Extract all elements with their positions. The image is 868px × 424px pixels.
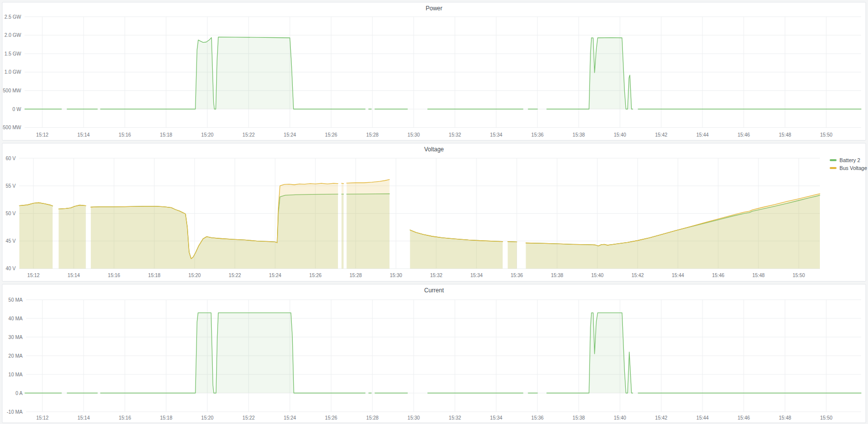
x-tick-label: 15:22: [243, 132, 255, 138]
x-tick-label: 15:30: [390, 273, 402, 278]
x-tick-label: 15:40: [614, 132, 626, 138]
y-tick-label: 2.5 GW: [4, 14, 21, 20]
x-tick-label: 15:38: [551, 273, 563, 278]
x-tick-label: 15:24: [284, 415, 296, 421]
y-tick-label: 1.0 GW: [4, 69, 21, 75]
y-tick-label: 0 A: [16, 391, 23, 396]
x-tick-label: 15:34: [470, 273, 482, 278]
x-tick-label: 15:28: [366, 132, 379, 138]
x-tick-label: 15:22: [229, 273, 241, 278]
y-tick-label: 40 V: [5, 266, 16, 271]
x-tick-label: 15:42: [655, 132, 667, 138]
y-tick-label: -500 MW: [2, 125, 22, 130]
chart-voltage[interactable]: 15:1215:1415:1615:1815:2015:2215:2415:26…: [2, 143, 866, 280]
x-tick-label: 15:34: [490, 415, 503, 421]
legend-swatch-bus-voltage: [830, 167, 837, 169]
series-fill-bus-voltage: [91, 183, 338, 269]
x-tick-label: 15:40: [591, 273, 603, 278]
x-tick-label: 15:40: [614, 415, 626, 421]
x-tick-label: 15:18: [148, 273, 161, 278]
panel-power[interactable]: Power 15:1215:1415:1615:1815:2015:2215:2…: [2, 2, 866, 141]
series-fill-bus-voltage: [19, 203, 53, 269]
y-tick-label: 20 MA: [8, 353, 23, 359]
x-tick-label: 15:48: [779, 132, 791, 138]
y-tick-label: 50 MA: [8, 297, 23, 303]
chart-power[interactable]: 15:1215:1415:1615:1815:2015:2215:2415:26…: [2, 2, 866, 139]
x-tick-label: 15:30: [408, 415, 420, 421]
x-tick-label: 15:14: [78, 415, 90, 421]
x-tick-label: 15:26: [325, 415, 337, 421]
panel-title-current[interactable]: Current: [2, 285, 866, 295]
x-tick-label: 15:16: [119, 415, 131, 421]
x-tick-label: 15:34: [490, 132, 503, 138]
legend-item-battery-2[interactable]: Battery 2: [830, 156, 867, 164]
x-tick-label: 15:12: [36, 132, 49, 138]
x-tick-label: 15:50: [820, 415, 832, 421]
x-tick-label: 15:26: [325, 132, 337, 138]
x-tick-label: 15:32: [430, 273, 442, 278]
panel-title-voltage[interactable]: Voltage: [2, 144, 866, 154]
panel-title-power[interactable]: Power: [2, 3, 866, 13]
y-tick-label: 55 V: [5, 183, 16, 189]
y-tick-label: 60 V: [5, 156, 16, 161]
x-tick-label: 15:20: [201, 415, 214, 421]
x-tick-label: 15:16: [119, 132, 131, 138]
x-tick-label: 15:24: [284, 132, 296, 138]
x-tick-label: 15:30: [408, 132, 420, 138]
x-tick-label: 15:50: [820, 132, 832, 138]
x-tick-label: 15:12: [28, 273, 40, 278]
x-tick-label: 15:26: [309, 273, 322, 278]
series-fill-power: [101, 37, 365, 109]
legend-label: Bus Voltage: [840, 165, 867, 171]
x-tick-label: 15:32: [449, 415, 461, 421]
x-tick-label: 15:32: [449, 132, 461, 138]
x-tick-label: 15:20: [201, 132, 214, 138]
x-tick-label: 15:20: [189, 273, 201, 278]
legend-item-bus-voltage[interactable]: Bus Voltage: [830, 164, 867, 172]
legend-label: Battery 2: [840, 157, 860, 163]
x-tick-label: 15:38: [573, 132, 585, 138]
x-tick-label: 15:36: [510, 273, 523, 278]
y-tick-label: 40 MA: [8, 316, 23, 321]
panel-voltage[interactable]: Voltage 15:1215:1415:1615:1815:2015:2215…: [2, 143, 866, 282]
x-tick-label: 15:16: [108, 273, 120, 278]
y-tick-label: 0 W: [12, 107, 21, 112]
panel-current[interactable]: Current 15:1215:1415:1615:1815:2015:2215…: [2, 284, 866, 423]
x-tick-label: 15:44: [672, 273, 684, 278]
x-tick-label: 15:22: [243, 415, 255, 421]
x-tick-label: 15:50: [792, 273, 805, 278]
series-line-bus-voltage[interactable]: [341, 183, 343, 184]
y-tick-label: 2.0 GW: [4, 32, 21, 38]
x-tick-label: 15:42: [655, 415, 668, 421]
y-tick-label: 45 V: [5, 238, 16, 244]
x-tick-label: 15:44: [697, 415, 709, 421]
x-tick-label: 15:46: [737, 132, 750, 138]
x-tick-label: 15:48: [779, 415, 791, 421]
y-tick-label: 50 V: [5, 211, 16, 216]
x-tick-label: 15:42: [631, 273, 644, 278]
x-tick-label: 15:36: [532, 415, 544, 421]
x-tick-label: 15:28: [349, 273, 362, 278]
x-tick-label: 15:24: [269, 273, 281, 278]
voltage-legend: Battery 2Bus Voltage: [830, 156, 867, 172]
series-fill-current: [101, 313, 365, 393]
x-tick-label: 15:36: [532, 132, 544, 138]
series-fill-bus-voltage: [508, 242, 517, 269]
series-fill-bus-voltage: [58, 205, 85, 269]
y-tick-label: -10 MA: [7, 409, 23, 415]
x-tick-label: 15:38: [573, 415, 585, 421]
series-line-bus-voltage[interactable]: [508, 242, 517, 242]
x-tick-label: 15:14: [78, 132, 90, 138]
chart-current[interactable]: 15:1215:1415:1615:1815:2015:2215:2415:26…: [2, 284, 866, 422]
x-tick-label: 15:12: [36, 415, 49, 421]
x-tick-label: 15:28: [366, 415, 379, 421]
y-tick-label: 10 MA: [8, 372, 23, 377]
y-tick-label: 30 MA: [8, 335, 23, 340]
legend-swatch-battery-2: [830, 159, 837, 161]
y-tick-label: 1.5 GW: [4, 51, 21, 57]
x-tick-label: 15:18: [160, 415, 172, 421]
series-fill-bus-voltage: [347, 179, 390, 269]
series-fill-bus-voltage: [410, 230, 503, 269]
x-tick-label: 15:46: [712, 273, 724, 278]
x-tick-label: 15:14: [68, 273, 80, 278]
